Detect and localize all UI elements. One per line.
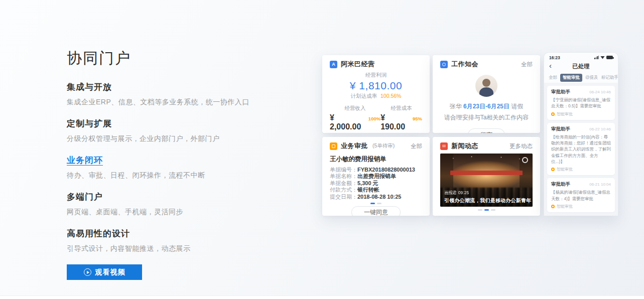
pending-count: (5单待审) (372, 142, 395, 150)
list-item[interactable]: 审批助手 06-24 10:46 【宁亚丽的请假(请假信息_请假总天数：0.5)… (547, 86, 615, 120)
document-title: 王小敏的费用报销单 (330, 155, 422, 164)
news-pagination-dots[interactable] (440, 209, 533, 211)
card-news-header: 新闻动态 更多动态 (440, 141, 533, 151)
field-row: 单据金额：5,300 元 (330, 180, 422, 187)
feature-usability: 高易用性的设计 引导式设计，内容智能推送，动态展示 (67, 228, 308, 253)
avatar-head (482, 79, 490, 87)
feature-heading-active[interactable]: 业务闭环 (67, 155, 308, 166)
profit-value: ¥ 1,810.00 (330, 80, 422, 92)
item-time: 06-22 10:46 (589, 127, 611, 131)
card-notify: 工作知会 全部 张华 6月23日-6月25日 请假 请合理安排与Ta相关的工作内… (433, 55, 540, 133)
avatar (475, 75, 497, 97)
amoeba-profit-block: 经营利润 ¥ 1,810.00 计划达成率 100.56% (330, 72, 422, 100)
profit-label: 经营利润 (330, 72, 422, 79)
document-fields: 单据编号：FYBX20180828000013 单据名称：出差费用报销单 单据金… (330, 167, 422, 200)
income-pct: 100% (368, 116, 380, 121)
battery-icon (606, 56, 613, 59)
one-click-approve-button[interactable]: 一键同意 (351, 206, 401, 216)
card-notify-header: 工作知会 全部 (440, 60, 533, 69)
message-list: 审批助手 06-24 10:46 【宁亚丽的请假(请假信息_请假总天数：0.5)… (544, 83, 618, 216)
item-tag: 智能审批 (551, 111, 611, 117)
item-body: 【宁亚丽的请假(请假信息_请假总天数：0.5)】需要您审批 (551, 97, 611, 109)
square-glyph (332, 144, 335, 148)
tab-smart-approval[interactable]: 智能审批 (560, 74, 582, 82)
tab-all[interactable]: 全部 (549, 75, 557, 81)
notify-message: 请合理安排与Ta相关的工作内容 (444, 113, 529, 122)
news-caption: 画报君 09:25 引领办公潮流，我们是移动办公新青年！ (444, 190, 529, 204)
feature-customization: 定制与扩展 分级分权管理与展示，企业内部门户，外部门户 (67, 118, 308, 143)
rate-value: 100.56% (380, 93, 401, 99)
watch-video-label: 观看视频 (95, 268, 125, 277)
leave-comment-button[interactable]: 留言 (468, 128, 505, 133)
watch-video-button[interactable]: 观看视频 (67, 264, 142, 280)
photo-banner (450, 171, 523, 175)
approval-app-icon (330, 142, 337, 150)
next-section-edge (0, 295, 644, 299)
smart-approval-icon (551, 205, 555, 208)
item-time: 06-24 10:46 (589, 90, 611, 94)
live-ring-icon (522, 157, 528, 163)
news-photo[interactable]: 画报君 09:25 引领办公潮流，我们是移动办公新青年！ (440, 154, 533, 207)
tag-label: 智能审批 (557, 204, 573, 209)
card-title: 新闻动态 (451, 141, 478, 151)
back-chevron-icon[interactable]: ‹ (549, 61, 552, 71)
card-title: 工作知会 (451, 60, 478, 69)
card-approval: 业务审批 (5单待审) 全部 王小敏的费用报销单 单据编号：FYBX201808… (322, 137, 430, 216)
phone-mockup: 16:23 ‹ 已处理 全部 智能审批 @提及 标记助手 会易订 审批助手 06… (544, 52, 618, 216)
amoeba-app-icon: A (330, 61, 337, 68)
notify-all-link[interactable]: 全部 (521, 61, 533, 68)
feature-desc: 网页端、桌面端、手机端，灵活同步 (67, 208, 308, 217)
more-news-link[interactable]: 更多动态 (509, 142, 533, 150)
card-title: 阿米巴经营 (341, 60, 375, 69)
income-value: ¥ 2,000.00 (330, 113, 367, 131)
item-sender: 审批助手 (551, 126, 570, 132)
news-app-icon (440, 142, 448, 150)
item-body: 【给海燕姐的一封信(内容：尊敬的海燕姐：您好！通过集团组织的新员工入职训练营，了… (551, 134, 611, 165)
notify-summary: 张华 6月23日-6月25日 请假 (450, 102, 524, 111)
notify-body: 张华 6月23日-6月25日 请假 请合理安排与Ta相关的工作内容 留言 (440, 69, 533, 133)
cost-label: 经营成本 (391, 105, 412, 112)
tag-label: 智能审批 (557, 167, 573, 172)
field-row: 付款方式：银行转帐 (330, 187, 422, 193)
feature-integration: 集成与开放 集成企业ERP、信息、文档等多业务系统，统一协作入口 (67, 81, 308, 107)
income-column: 经营收入 ¥ 2,000.00 100% (330, 105, 380, 131)
feature-closed-loop: 业务闭环 待办、审批、日程、闭环操作，流程不中断 (67, 155, 308, 180)
person-name: 张华 (450, 103, 462, 110)
approval-all-link[interactable]: 全部 (411, 142, 422, 150)
card-news: 新闻动态 更多动态 画报君 09:25 引领办公潮流，我们是移动办公新青年！ (433, 137, 540, 216)
feature-heading[interactable]: 高易用性的设计 (67, 228, 308, 239)
feature-multi-client: 多端门户 网页端、桌面端、手机端，灵活同步 (67, 191, 308, 217)
phone-tabs: 全部 智能审批 @提及 标记助手 会易订 (544, 72, 618, 83)
tag-label: 智能审批 (557, 111, 573, 117)
list-item[interactable]: 审批助手 06-22 10:46 【给海燕姐的一封信(内容：尊敬的海燕姐：您好！… (547, 123, 615, 176)
item-tag: 智能审批 (551, 167, 611, 172)
event-type: 请假 (511, 103, 523, 110)
avatar-shoulders (479, 87, 493, 97)
card-amoeba: A 阿米巴经营 经营利润 ¥ 1,810.00 计划达成率 100.56% 经营… (322, 55, 430, 133)
cost-pct: 95% (413, 116, 422, 121)
phone-page-title: 已处理 (572, 63, 590, 70)
field-row: 单据编号：FYBX20180828000013 (330, 167, 422, 173)
ring-glyph (442, 63, 446, 66)
approval-pagination-dots[interactable] (330, 203, 422, 204)
feature-heading[interactable]: 定制与扩展 (67, 118, 308, 129)
item-tag: 智能审批 (551, 204, 611, 209)
item-sender: 审批助手 (551, 181, 570, 188)
tab-mentions[interactable]: @提及 (585, 75, 598, 81)
list-item[interactable]: 审批助手 06-21 10:04 【杨岚的请假(请假信息_请假总天数：4)】需要… (547, 178, 615, 212)
feature-desc: 引导式设计，内容智能推送，动态展示 (67, 244, 308, 253)
card-amoeba-header: A 阿米巴经营 (330, 60, 422, 69)
leave-dates: 6月23日-6月25日 (463, 103, 509, 110)
page-title: 协同门户 (67, 48, 308, 69)
field-row: 提交日期：2018-08-28 10:25 (330, 194, 422, 200)
card-title: 业务审批 (341, 141, 368, 151)
wifi-icon (600, 56, 605, 59)
tab-marked[interactable]: 标记助手 (601, 75, 618, 81)
feature-heading[interactable]: 多端门户 (67, 191, 308, 203)
feature-heading[interactable]: 集成与开放 (67, 81, 308, 93)
cost-value: ¥ 190.00 (380, 113, 411, 131)
plan-rate-line: 计划达成率 100.56% (330, 93, 422, 100)
lines-glyph (442, 144, 446, 148)
income-label: 经营收入 (345, 105, 366, 112)
caption-headline: 引领办公潮流，我们是移动办公新青年！ (444, 197, 529, 204)
